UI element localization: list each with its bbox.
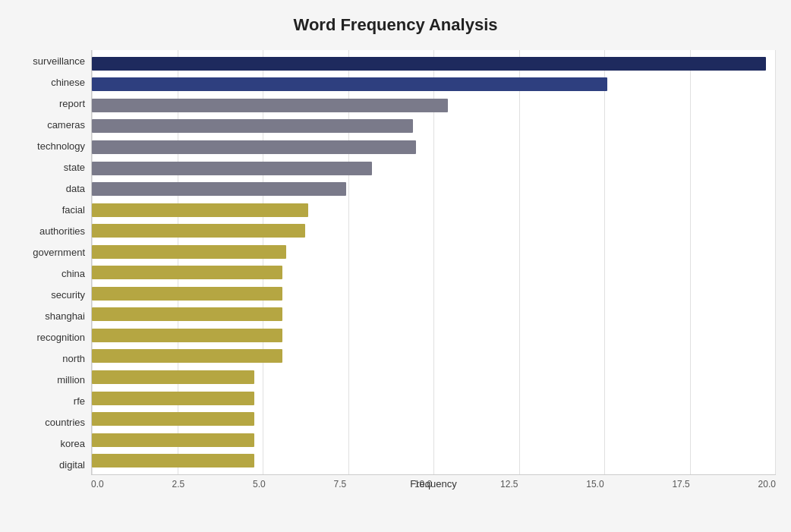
bar-row (92, 369, 776, 386)
bar (92, 119, 413, 133)
bar (92, 266, 282, 279)
bar (92, 454, 254, 467)
bar (92, 99, 448, 112)
chart-area: surveillancechinesereportcamerastechnolo… (15, 50, 776, 476)
y-label: report (59, 93, 85, 114)
y-label: government (33, 241, 85, 263)
bar-row (92, 97, 776, 114)
bar (92, 433, 254, 447)
y-label: state (64, 156, 85, 178)
bar (92, 203, 308, 217)
y-label: technology (37, 135, 85, 156)
y-label: rfe (74, 390, 85, 411)
bar (92, 77, 607, 91)
y-label: china (61, 263, 85, 284)
y-label: facial (62, 199, 85, 220)
y-label: cameras (47, 114, 85, 135)
y-label: authorities (39, 220, 85, 241)
bar-row (92, 202, 776, 219)
plot-area: surveillancechinesereportcamerastechnolo… (15, 50, 776, 475)
bar-row (92, 181, 776, 197)
bar-row (92, 306, 776, 323)
bar (92, 307, 282, 321)
x-axis-label: Frequency (91, 478, 776, 490)
y-label: korea (60, 433, 85, 454)
y-label: digital (59, 454, 85, 475)
y-label: north (62, 348, 85, 369)
bar-row (92, 432, 776, 449)
bar (92, 349, 282, 363)
y-label: million (57, 369, 85, 390)
bar-row (92, 264, 776, 281)
chart-title: Word Frequency Analysis (15, 15, 776, 35)
bar-row (92, 244, 776, 260)
chart-container: Word Frequency Analysis surveillancechin… (0, 0, 791, 532)
bar-row (92, 348, 776, 364)
y-label: recognition (36, 326, 85, 348)
bars-and-grid (91, 50, 776, 475)
y-label: shanghai (45, 305, 85, 326)
bar-row (92, 55, 776, 72)
bar (92, 182, 346, 196)
bar-row (92, 76, 776, 93)
bar-row (92, 160, 776, 177)
bar-row (92, 452, 776, 469)
bar (92, 329, 282, 342)
bar-row (92, 390, 776, 407)
y-label: chinese (51, 71, 85, 93)
y-axis: surveillancechinesereportcamerastechnolo… (15, 50, 91, 475)
y-label: countries (45, 411, 85, 433)
x-axis: 0.02.55.07.510.012.515.017.520.0 Frequen… (91, 475, 776, 490)
bars-container (92, 50, 776, 474)
bar (92, 287, 282, 301)
bar-row (92, 411, 776, 427)
bar (92, 412, 254, 426)
bar-row (92, 139, 776, 156)
bar (92, 245, 286, 259)
bar-row (92, 285, 776, 302)
y-label: data (66, 178, 85, 199)
bar (92, 370, 254, 384)
bar (92, 162, 372, 175)
bar-row (92, 327, 776, 344)
y-label: security (51, 284, 85, 305)
bar-row (92, 222, 776, 239)
bar-row (92, 118, 776, 134)
bar (92, 140, 416, 154)
bar (92, 224, 305, 238)
bar (92, 57, 766, 71)
y-label: surveillance (33, 50, 85, 71)
bar (92, 392, 254, 405)
